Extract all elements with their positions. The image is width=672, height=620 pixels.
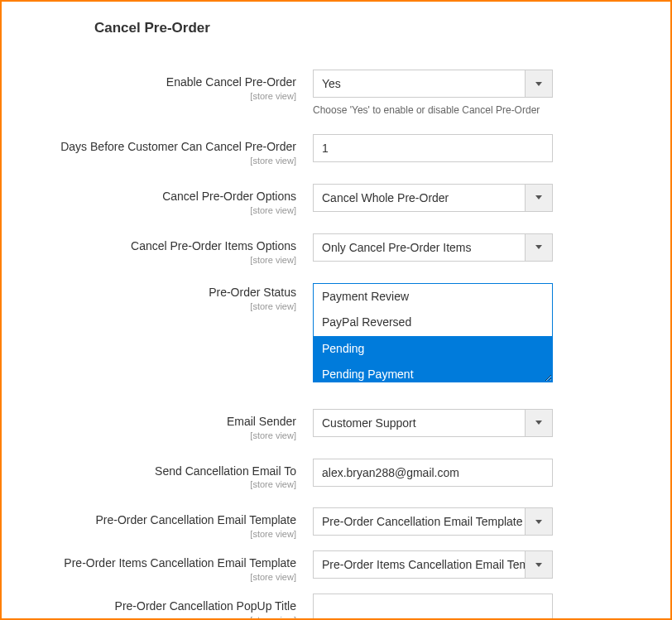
input-col: Pre-Order Cancellation Email Template (D (313, 507, 553, 536)
input-col (313, 594, 553, 620)
status-multiselect[interactable]: Payment ReviewPayPal ReversedPendingPend… (313, 283, 553, 382)
select-value: Customer Support (313, 409, 525, 437)
field-label: Days Before Customer Can Cancel Pre-Orde… (60, 140, 296, 153)
scope-label: [store view] (2, 529, 296, 539)
select-value: Cancel Whole Pre-Order (313, 184, 525, 212)
config-frame: Cancel Pre-Order Enable Cancel Pre-Order… (0, 0, 672, 620)
email-sender-select[interactable]: Customer Support (313, 409, 553, 437)
enable-select[interactable]: Yes (313, 70, 553, 98)
scope-label: [store view] (2, 255, 296, 265)
label-col: Email Sender [store view] (2, 409, 313, 440)
field-label: Pre-Order Cancellation PopUp Title (115, 599, 296, 613)
caret-down-icon (535, 245, 542, 249)
section-title: Cancel Pre-Order (2, 2, 670, 36)
label-col: Pre-Order Status [store view] (2, 283, 313, 311)
field-popup-title: Pre-Order Cancellation PopUp Title [stor… (2, 594, 670, 620)
label-col: Days Before Customer Can Cancel Pre-Orde… (2, 134, 313, 166)
select-value: Only Cancel Pre-Order Items (313, 233, 525, 262)
popup-title-input[interactable] (313, 594, 553, 620)
select-value: Pre-Order Cancellation Email Template (D (313, 507, 525, 536)
field-label: Cancel Pre-Order Items Options (131, 239, 296, 252)
scope-label: [store view] (2, 156, 296, 166)
status-option[interactable]: Payment Review (314, 284, 552, 310)
scope-label: [store view] (2, 91, 296, 101)
label-col: Cancel Pre-Order Items Options [store vi… (2, 233, 313, 265)
field-label: Email Sender (227, 415, 296, 428)
input-col (313, 459, 553, 487)
scope-label: [store view] (2, 615, 296, 620)
scope-label: [store view] (2, 572, 296, 582)
items-cancel-email-template-select[interactable]: Pre-Order Items Cancellation Email Temp (313, 550, 553, 579)
label-col: Send Cancellation Email To [store view] (2, 459, 313, 490)
label-col: Enable Cancel Pre-Order [store view] (2, 70, 313, 101)
scope-label: [store view] (2, 301, 296, 311)
input-col: Payment ReviewPayPal ReversedPendingPend… (313, 283, 553, 382)
status-option[interactable]: Pending (314, 336, 552, 363)
field-label: Pre-Order Cancellation Email Template (95, 513, 296, 526)
caret-down-icon (535, 82, 542, 86)
field-cancel-email-template: Pre-Order Cancellation Email Template [s… (2, 507, 670, 539)
select-toggle[interactable] (525, 233, 553, 262)
form-area: Enable Cancel Pre-Order [store view] Yes… (2, 36, 670, 620)
input-col: Customer Support (313, 409, 553, 437)
select-value: Yes (313, 70, 525, 98)
field-enable-cancel: Enable Cancel Pre-Order [store view] Yes… (2, 70, 670, 116)
scope-label: [store view] (2, 479, 296, 489)
status-option[interactable]: PayPal Reversed (314, 310, 552, 336)
field-cancel-items-options: Cancel Pre-Order Items Options [store vi… (2, 233, 670, 265)
cancel-email-template-select[interactable]: Pre-Order Cancellation Email Template (D (313, 507, 553, 536)
caret-down-icon (535, 195, 542, 199)
label-col: Pre-Order Cancellation Email Template [s… (2, 507, 313, 539)
field-cancel-options: Cancel Pre-Order Options [store view] Ca… (2, 184, 670, 215)
field-label: Pre-Order Items Cancellation Email Templ… (64, 556, 296, 570)
field-label: Enable Cancel Pre-Order (166, 75, 296, 89)
days-before-input[interactable] (313, 134, 553, 162)
cancel-items-options-select[interactable]: Only Cancel Pre-Order Items (313, 233, 553, 262)
label-col: Pre-Order Items Cancellation Email Templ… (2, 550, 313, 582)
help-text: Choose 'Yes' to enable or disable Cancel… (313, 104, 553, 116)
label-col: Cancel Pre-Order Options [store view] (2, 184, 313, 215)
input-col: Pre-Order Items Cancellation Email Temp (313, 550, 553, 579)
select-toggle[interactable] (525, 507, 553, 536)
field-items-cancel-email-template: Pre-Order Items Cancellation Email Templ… (2, 550, 670, 582)
caret-down-icon (535, 421, 542, 425)
field-label: Cancel Pre-Order Options (162, 190, 296, 203)
input-col: Cancel Whole Pre-Order (313, 184, 553, 212)
field-send-email-to: Send Cancellation Email To [store view] (2, 459, 670, 490)
field-preorder-status: Pre-Order Status [store view] Payment Re… (2, 283, 670, 382)
field-email-sender: Email Sender [store view] Customer Suppo… (2, 409, 670, 440)
input-col: Yes Choose 'Yes' to enable or disable Ca… (313, 70, 553, 116)
input-col (313, 134, 553, 162)
send-email-to-input[interactable] (313, 459, 553, 487)
select-value: Pre-Order Items Cancellation Email Temp (313, 550, 525, 579)
caret-down-icon (535, 520, 542, 524)
field-label: Send Cancellation Email To (155, 464, 296, 478)
field-label: Pre-Order Status (209, 286, 296, 299)
status-option[interactable]: Pending Payment (314, 362, 552, 382)
select-toggle[interactable] (525, 409, 553, 437)
label-col: Pre-Order Cancellation PopUp Title [stor… (2, 594, 313, 620)
select-toggle[interactable] (525, 550, 553, 579)
scope-label: [store view] (2, 205, 296, 215)
input-col: Only Cancel Pre-Order Items (313, 233, 553, 262)
select-toggle[interactable] (525, 184, 553, 212)
field-days-before: Days Before Customer Can Cancel Pre-Orde… (2, 134, 670, 166)
scope-label: [store view] (2, 430, 296, 440)
caret-down-icon (535, 563, 542, 567)
select-toggle[interactable] (525, 70, 553, 98)
cancel-options-select[interactable]: Cancel Whole Pre-Order (313, 184, 553, 212)
